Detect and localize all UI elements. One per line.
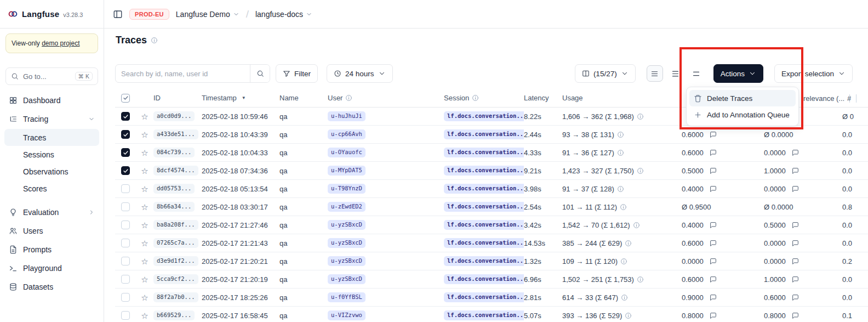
bookmark-star-icon[interactable]: ☆ (141, 275, 148, 284)
user-badge[interactable]: u-yzSBxcD (328, 256, 366, 267)
row-checkbox[interactable] (121, 184, 130, 193)
sidebar-item-datasets[interactable]: Datasets (4, 278, 99, 296)
trace-id-badge[interactable]: a433de51... (153, 129, 198, 140)
trace-id-badge[interactable]: ba8a208f... (153, 220, 198, 230)
sidebar-item-tracing[interactable]: Tracing (4, 110, 99, 128)
table-row[interactable]: ☆ b669529... 2025-02-17 16:58:45 qa u-VI… (115, 307, 868, 322)
user-badge[interactable]: u-f0YfBSL (328, 292, 366, 303)
table-row[interactable]: ☆ 084c739... 2025-02-18 10:04:33 qa u-OY… (115, 144, 868, 162)
user-badge[interactable]: u-MYpDAT5 (328, 166, 366, 176)
table-row[interactable]: ☆ ba8a208f... 2025-02-17 21:27:46 qa u-y… (115, 216, 868, 234)
trace-id-badge[interactable]: 8dcf4574... (153, 166, 198, 176)
user-badge[interactable]: u-yzSBxcD (328, 274, 366, 285)
bookmark-star-icon[interactable]: ☆ (141, 131, 148, 139)
menu-item-add-to-annotation-queue[interactable]: Add to Annotation Queue (689, 106, 796, 123)
session-badge[interactable]: lf.docs.conversation... (444, 184, 524, 194)
actions-button[interactable]: Actions (713, 64, 763, 83)
user-badge[interactable]: u-T98YnzD (328, 184, 366, 194)
session-badge[interactable]: lf.docs.conversation... (444, 292, 524, 303)
row-checkbox[interactable] (121, 239, 130, 247)
trace-id-badge[interactable]: 084c739... (153, 148, 195, 158)
demo-project-link[interactable]: demo project (42, 39, 79, 47)
bookmark-star-icon[interactable]: ☆ (141, 167, 148, 175)
sidebar-item-scores[interactable]: Scores (4, 180, 99, 197)
header-session[interactable]: Session (444, 94, 524, 102)
bookmark-star-icon[interactable]: ☆ (141, 257, 148, 265)
bookmark-star-icon[interactable]: ☆ (141, 203, 148, 211)
table-row[interactable]: ☆ 8dcf4574... 2025-02-18 07:34:36 qa u-M… (115, 162, 868, 180)
row-checkbox[interactable] (121, 311, 130, 320)
table-row[interactable]: ☆ 07265c7a... 2025-02-17 21:21:43 qa u-y… (115, 234, 868, 252)
table-row[interactable]: ☆ 8b66a34... 2025-02-18 03:30:17 qa u-zE… (115, 198, 868, 216)
row-checkbox[interactable] (121, 148, 130, 157)
trace-id-badge[interactable]: 5cca9cf2... (153, 274, 198, 285)
row-height-small-button[interactable] (647, 65, 663, 82)
row-checkbox[interactable] (121, 166, 130, 175)
session-badge[interactable]: lf.docs.conversation... (444, 129, 524, 140)
sort-desc-icon[interactable]: ▼ (242, 95, 246, 100)
session-badge[interactable]: lf.docs.conversation... (444, 148, 524, 158)
trace-id-badge[interactable]: d3e9d1f2... (153, 256, 198, 267)
go-to-button[interactable]: Go to... ⌘ K (5, 67, 98, 85)
sidebar-item-traces[interactable]: Traces (4, 129, 99, 146)
user-badge[interactable]: u-yzSBxcD (328, 220, 366, 230)
header-name[interactable]: Name (279, 94, 328, 102)
trace-id-badge[interactable]: dd05753... (153, 184, 195, 194)
header-relevance-partial[interactable]: relevance (... (803, 89, 850, 108)
row-checkbox[interactable] (121, 221, 130, 229)
panel-left-icon[interactable] (113, 9, 123, 19)
header-user[interactable]: User (328, 94, 444, 102)
search-button[interactable] (250, 65, 270, 82)
table-row[interactable]: ☆ a433de51... 2025-02-18 10:43:39 qa u-c… (115, 126, 868, 144)
row-height-large-button[interactable] (688, 65, 705, 82)
bookmark-star-icon[interactable]: ☆ (141, 149, 148, 157)
bookmark-star-icon[interactable]: ☆ (141, 112, 148, 121)
user-badge[interactable]: u-VIZzvwo (328, 310, 366, 321)
search-input[interactable] (116, 70, 250, 78)
trace-id-badge[interactable]: 07265c7a... (153, 238, 198, 248)
user-badge[interactable]: u-huJhuJi (328, 111, 366, 122)
sidebar-item-observations[interactable]: Observations (4, 163, 99, 180)
user-badge[interactable]: u-cp66Avh (328, 129, 366, 140)
trace-id-badge[interactable]: 8b66a34... (153, 202, 195, 212)
bookmark-star-icon[interactable]: ☆ (141, 312, 148, 320)
select-all-checkbox[interactable] (121, 94, 130, 103)
time-range-button[interactable]: 24 hours (327, 64, 393, 83)
session-badge[interactable]: lf.docs.conversation... (444, 111, 524, 122)
session-badge[interactable]: lf.docs.conversation... (444, 238, 524, 248)
environment-badge[interactable]: PROD-EU (129, 9, 169, 20)
session-badge[interactable]: lf.docs.conversation... (444, 274, 524, 285)
header-latency[interactable]: Latency (524, 94, 562, 102)
sidebar-item-evaluation[interactable]: Evaluation (4, 204, 99, 221)
session-badge[interactable]: lf.docs.conversation... (444, 310, 524, 321)
user-badge[interactable]: u-OYauofc (328, 148, 366, 158)
session-badge[interactable]: lf.docs.conversation... (444, 220, 524, 230)
row-checkbox[interactable] (121, 112, 130, 121)
bookmark-star-icon[interactable]: ☆ (141, 185, 148, 193)
filter-button[interactable]: Filter (276, 64, 318, 83)
table-row[interactable]: ☆ d3e9d1f2... 2025-02-17 21:20:21 qa u-y… (115, 252, 868, 270)
sidebar-item-playground[interactable]: Playground (4, 259, 99, 277)
columns-button[interactable]: (15/27) (575, 64, 636, 83)
session-badge[interactable]: lf.docs.conversation... (444, 202, 524, 212)
header-id[interactable]: ID (153, 94, 202, 102)
sidebar-item-users[interactable]: Users (4, 222, 99, 240)
row-checkbox[interactable] (121, 275, 130, 284)
session-badge[interactable]: lf.docs.conversation... (444, 256, 524, 267)
user-badge[interactable]: u-yzSBxcD (328, 238, 366, 248)
table-row[interactable]: ☆ dd05753... 2025-02-18 05:13:54 qa u-T9… (115, 180, 868, 198)
table-row[interactable]: ☆ 5cca9cf2... 2025-02-17 21:20:19 qa u-y… (115, 270, 868, 289)
project-switcher[interactable]: langfuse-docs (255, 10, 312, 19)
bookmark-star-icon[interactable]: ☆ (141, 239, 148, 247)
sidebar-item-prompts[interactable]: Prompts (4, 241, 99, 258)
row-checkbox[interactable] (121, 257, 130, 265)
header-count-partial[interactable]: # (847, 89, 856, 108)
header-timestamp[interactable]: Timestamp ▼ (202, 94, 279, 102)
sidebar-item-sessions[interactable]: Sessions (4, 146, 99, 163)
trace-id-badge[interactable]: 88f2a7b0... (153, 292, 198, 303)
bookmark-star-icon[interactable]: ☆ (141, 221, 148, 229)
session-badge[interactable]: lf.docs.conversation... (444, 166, 524, 176)
menu-item-delete-traces[interactable]: Delete Traces (689, 90, 796, 106)
sidebar-item-dashboard[interactable]: Dashboard (4, 92, 99, 109)
table-row[interactable]: ☆ 88f2a7b0... 2025-02-17 18:25:26 qa u-f… (115, 289, 868, 307)
